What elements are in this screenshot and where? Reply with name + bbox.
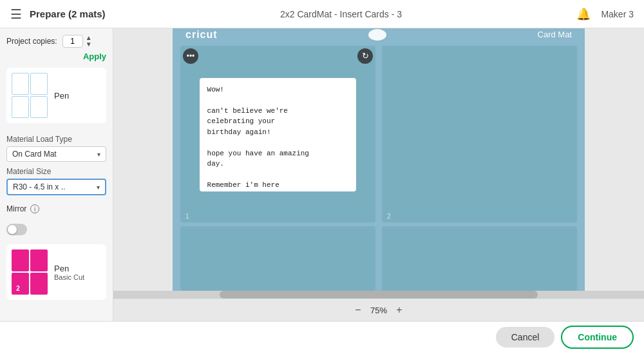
card-slot-1: Wow! can't believe we're celebrating you… — [200, 78, 357, 191]
card-mat-container: cricut Card Mat ••• ↻ — [173, 28, 585, 291]
project-copies-label: Project copies: — [6, 37, 57, 46]
mat-bottom-slot-2 — [382, 226, 577, 291]
mat-slots-row: ••• ↻ Wow! can't believe w — [180, 46, 577, 222]
maker-label: Maker 3 — [601, 9, 634, 19]
size-chevron-down-icon: ▾ — [97, 184, 100, 191]
mat-bottom-slot-1 — [180, 226, 375, 291]
topbar-center-title: 2x2 CardMat - Insert Cards - 3 — [280, 9, 402, 19]
card-line-7: hope you have an amazing — [207, 148, 349, 159]
mat1-thumbnail — [12, 73, 48, 118]
slot1-number: 1 — [185, 213, 189, 220]
notification-icon[interactable]: 🔔 — [576, 7, 591, 21]
mirror-info-icon[interactable]: i — [30, 204, 39, 213]
mat1-cell-3 — [12, 96, 29, 118]
card-line-1: Wow! — [207, 84, 349, 95]
card-line-3: can't believe we're — [207, 106, 349, 117]
topbar-left: ☰ Prepare (2 mats) — [10, 6, 106, 22]
card-line-11: for you! — [207, 191, 349, 191]
canvas-scroll[interactable]: cricut Card Mat ••• ↻ — [113, 28, 644, 291]
mat-slot-1: ••• ↻ Wow! can't believe w — [180, 46, 375, 222]
mat2-sublabel: Basic Cut — [54, 273, 84, 281]
mat2-section: 2 Pen Basic Cut — [6, 244, 106, 300]
card-mat-background: cricut Card Mat ••• ↻ — [173, 28, 585, 291]
card-mat-label: Card Mat — [538, 30, 572, 39]
bottom-bar: Cancel Continue — [0, 321, 644, 352]
continue-button[interactable]: Continue — [561, 326, 634, 349]
mat1-cell-1 — [12, 73, 29, 95]
material-load-type-dropdown[interactable]: On Card Mat ▾ — [6, 146, 106, 162]
left-panel: Project copies: ▲ ▼ Apply Pen — [0, 28, 113, 321]
material-load-type-label: Material Load Type — [6, 135, 106, 144]
copies-input[interactable] — [62, 35, 83, 48]
mat1-label: Pen — [54, 91, 69, 101]
card-line-9 — [207, 170, 349, 181]
card-line-6 — [207, 137, 349, 148]
material-size-label: Material Size — [6, 167, 106, 176]
menu-icon[interactable]: ☰ — [10, 6, 22, 22]
card-line-4: celebrating your — [207, 116, 349, 127]
apply-button[interactable]: Apply — [6, 52, 106, 61]
material-size-dropdown[interactable]: R30 - 4.5 in x .. ▾ — [6, 179, 106, 195]
oval-shape — [368, 29, 386, 41]
mirror-row: Mirror i — [6, 204, 106, 213]
material-load-type-value: On Card Mat — [12, 150, 93, 159]
mat1-section: Pen — [6, 68, 106, 123]
canvas-zoom-row: − 75% + — [113, 298, 644, 321]
mat1-grid — [12, 73, 48, 118]
copies-control: ▲ ▼ — [62, 35, 92, 48]
slot2-number: 2 — [387, 213, 391, 220]
refresh-icon: ↻ — [362, 51, 369, 61]
card-line-8: day. — [207, 159, 349, 170]
copies-arrows: ▲ ▼ — [86, 35, 92, 48]
toggle-knob — [8, 225, 17, 234]
zoom-out-button[interactable]: − — [351, 303, 365, 317]
canvas-area: cricut Card Mat ••• ↻ — [113, 28, 644, 321]
mat-header: cricut Card Mat — [180, 29, 577, 41]
material-size-value: R30 - 4.5 in x .. — [13, 182, 93, 191]
mirror-label: Mirror — [6, 204, 26, 213]
main-layout: Project copies: ▲ ▼ Apply Pen — [0, 28, 644, 321]
card-text-content: Wow! can't believe we're celebrating you… — [200, 78, 357, 191]
topbar-right: 🔔 Maker 3 — [576, 7, 634, 21]
mat-bottom — [180, 226, 577, 291]
mirror-toggle[interactable] — [6, 224, 27, 235]
mat1-cell-2 — [30, 73, 48, 95]
zoom-in-button[interactable]: + — [392, 303, 406, 317]
mat2-info: Pen Basic Cut — [54, 264, 84, 281]
card-options-button[interactable]: ••• — [183, 48, 198, 64]
mat2-badge: 2 — [13, 283, 23, 293]
card-line-5: birthday again! — [207, 127, 349, 138]
card-refresh-button[interactable]: ↻ — [357, 48, 373, 64]
chevron-down-icon: ▾ — [97, 151, 100, 158]
more-options-icon: ••• — [187, 52, 195, 61]
mat2-thumbnail: 2 — [12, 249, 48, 295]
mat2-cell-2 — [30, 249, 48, 271]
zoom-level-label: 75% — [370, 306, 387, 315]
mat-slot-2: 2 — [382, 46, 577, 222]
mat2-label: Pen — [54, 264, 84, 273]
mat1-cell-4 — [30, 96, 48, 118]
horizontal-scrollbar[interactable] — [113, 291, 644, 298]
mat2-cell-1 — [12, 249, 29, 271]
copies-down-button[interactable]: ▼ — [86, 41, 92, 48]
card-line-10: Remember i'm here — [207, 180, 349, 191]
project-copies-row: Project copies: ▲ ▼ — [6, 35, 106, 48]
cancel-button[interactable]: Cancel — [496, 327, 555, 347]
topbar: ☰ Prepare (2 mats) 2x2 CardMat - Insert … — [0, 0, 644, 28]
cricut-logo: cricut — [185, 29, 218, 41]
mat2-cell-4 — [30, 273, 48, 295]
app-title: Prepare (2 mats) — [30, 8, 106, 19]
scrollbar-thumb — [220, 291, 538, 298]
card-line-2 — [207, 95, 349, 106]
